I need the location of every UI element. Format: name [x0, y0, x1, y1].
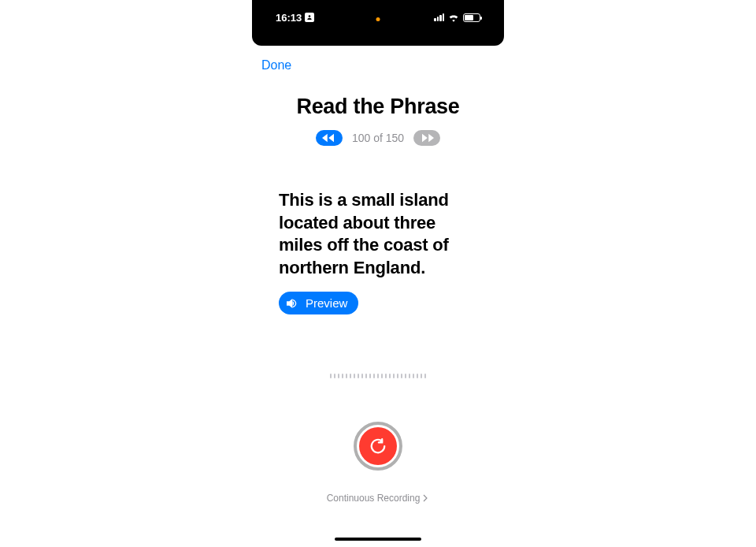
chevron-right-icon	[421, 494, 429, 502]
preview-label: Preview	[306, 296, 347, 310]
audio-waveform	[261, 374, 495, 378]
wifi-icon	[448, 13, 459, 22]
modal-sheet: Done Read the Phrase 100 of 150 This is …	[252, 46, 504, 504]
done-button[interactable]: Done	[261, 55, 291, 76]
rewind-icon	[322, 133, 336, 143]
contact-card-icon	[305, 13, 314, 22]
phrase-counter: 100 of 150	[352, 132, 404, 144]
home-indicator[interactable]	[335, 538, 421, 541]
statusbar-background: 16:13	[252, 0, 504, 46]
phone-frame: 16:13 Done Read the Phrase	[252, 0, 504, 547]
svg-point-0	[309, 15, 311, 17]
statusbar: 16:13	[252, 0, 504, 35]
speaker-icon	[287, 298, 299, 309]
statusbar-left: 16:13	[276, 12, 314, 24]
record-button[interactable]	[354, 422, 402, 471]
record-inner-icon	[359, 427, 397, 465]
continuous-recording-label: Continuous Recording	[327, 493, 421, 504]
phrase-pager: 100 of 150	[261, 130, 495, 146]
preview-button[interactable]: Preview	[279, 292, 358, 314]
page-title: Read the Phrase	[261, 95, 495, 119]
cellular-signal-icon	[434, 13, 444, 21]
restart-icon	[369, 437, 387, 455]
recording-indicator-dot-icon	[376, 17, 380, 21]
statusbar-right	[434, 13, 480, 22]
statusbar-time: 16:13	[276, 12, 302, 24]
next-phrase-button[interactable]	[413, 130, 440, 146]
battery-icon	[463, 13, 480, 22]
phrase-text: This is a small island located about thr…	[279, 189, 477, 279]
previous-phrase-button[interactable]	[316, 130, 343, 146]
continuous-recording-link[interactable]: Continuous Recording	[261, 493, 495, 504]
fast-forward-icon	[420, 133, 434, 143]
